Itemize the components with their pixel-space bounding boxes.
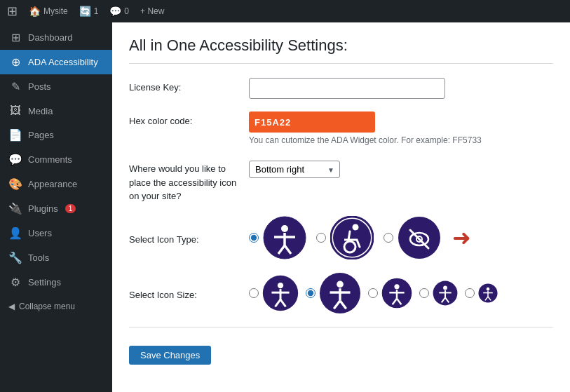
collapse-menu[interactable]: ◀ Collapse menu xyxy=(0,295,112,318)
icon-size-option-1 xyxy=(249,275,299,311)
icon-type-radio-2[interactable] xyxy=(316,233,326,243)
icon-size-option-2 xyxy=(306,272,361,314)
ada-icon: ⊕ xyxy=(8,55,22,69)
size-icon-2 xyxy=(319,272,361,314)
placement-label: Where would you like to place the access… xyxy=(129,158,238,203)
icon-size-radio-4[interactable] xyxy=(419,288,429,298)
svg-point-41 xyxy=(487,287,490,290)
save-section: Save Changes xyxy=(129,327,553,365)
settings-icon: ⚙ xyxy=(8,276,22,289)
hex-color-label: Hex color code: xyxy=(129,111,238,126)
svg-point-35 xyxy=(443,285,447,290)
sidebar-item-label: Dashboard xyxy=(28,32,73,43)
sidebar-item-label: Plugins xyxy=(28,203,58,214)
comments-icon: 💬 xyxy=(8,153,22,166)
collapse-arrow-icon: ◀ xyxy=(8,302,15,311)
sidebar-item-users[interactable]: 👤 Users xyxy=(0,221,112,245)
size-icon-1 xyxy=(262,275,299,311)
posts-icon: ✎ xyxy=(8,80,22,93)
icon-type-option-3: ➜ xyxy=(384,216,471,259)
plugins-icon: 🔌 xyxy=(8,202,22,215)
svg-point-29 xyxy=(394,284,399,289)
icon-type-row: Select Icon Type: xyxy=(129,216,553,259)
icon-type-label: Select Icon Type: xyxy=(129,230,238,245)
content-area: All in One Accessibility Settings: Licen… xyxy=(112,22,570,392)
sidebar-item-dashboard[interactable]: ⊞ Dashboard xyxy=(0,25,112,50)
wp-logo[interactable]: ⊞ xyxy=(7,4,18,19)
icon-size-option-4 xyxy=(419,281,458,306)
sidebar-item-media[interactable]: 🖼 Media xyxy=(0,99,112,123)
dashboard-icon: ⊞ xyxy=(8,31,22,44)
sidebar-item-label: Tools xyxy=(28,252,49,263)
icon-size-radio-2[interactable] xyxy=(306,288,315,298)
sidebar: ⊞ Dashboard ⊕ ADA Accessibility ✎ Posts … xyxy=(0,22,112,392)
appearance-icon: 🎨 xyxy=(8,177,22,191)
sidebar-item-label: Pages xyxy=(28,130,54,140)
sidebar-item-plugins[interactable]: 🔌 Plugins 1 xyxy=(0,196,112,221)
sidebar-item-settings[interactable]: ⚙ Settings xyxy=(0,270,112,295)
icon-type-option-2 xyxy=(316,216,374,259)
size-icon-4 xyxy=(433,281,458,306)
sidebar-item-label: Appearance xyxy=(28,179,77,189)
sidebar-item-posts[interactable]: ✎ Posts xyxy=(0,74,112,99)
icon-type-radio-3[interactable] xyxy=(384,233,393,243)
accessibility-icon-1[interactable] xyxy=(263,216,306,259)
sidebar-item-tools[interactable]: 🔧 Tools xyxy=(0,245,112,270)
sidebar-item-label: Posts xyxy=(28,81,51,92)
icon-size-radio-3[interactable] xyxy=(368,288,378,298)
hex-color-input[interactable] xyxy=(249,111,375,133)
hex-color-row: Hex color code: You can cutomize the ADA… xyxy=(129,111,553,145)
sidebar-item-label: Media xyxy=(28,106,53,116)
sidebar-item-label: Comments xyxy=(28,154,72,165)
icon-size-radio-1[interactable] xyxy=(249,288,259,298)
license-key-input[interactable] xyxy=(249,78,445,99)
sidebar-item-comments[interactable]: 💬 Comments xyxy=(0,147,112,172)
svg-point-17 xyxy=(278,282,283,288)
sidebar-item-appearance[interactable]: 🎨 Appearance xyxy=(0,172,112,196)
size-icon-3 xyxy=(381,278,412,309)
svg-point-23 xyxy=(337,281,344,288)
icon-type-options: ➜ xyxy=(249,216,553,259)
license-key-row: License Key: xyxy=(129,78,553,99)
sidebar-item-label: ADA Accessibility xyxy=(28,57,98,67)
sidebar-item-ada-accessibility[interactable]: ⊕ ADA Accessibility xyxy=(0,50,112,74)
updates-link[interactable]: 🔄 1 xyxy=(79,6,99,17)
tools-icon: 🔧 xyxy=(8,251,22,264)
size-icon-5 xyxy=(478,283,498,303)
site-name[interactable]: 🏠 Mysite xyxy=(29,6,68,17)
comments-link[interactable]: 💬 0 xyxy=(109,6,129,17)
icon-size-options xyxy=(249,272,553,314)
icon-size-label: Select Icon Size: xyxy=(129,285,238,300)
sidebar-item-label: Settings xyxy=(28,277,61,288)
sidebar-item-pages[interactable]: 📄 Pages xyxy=(0,123,112,147)
hex-help-text: You can cutomize the ADA Widget color. F… xyxy=(249,135,553,145)
red-arrow-icon: ➜ xyxy=(452,227,471,249)
accessibility-icon-2[interactable] xyxy=(330,216,374,259)
icon-type-radio-1[interactable] xyxy=(249,233,259,243)
svg-point-1 xyxy=(281,225,288,232)
icon-size-option-3 xyxy=(368,278,412,309)
accessibility-icon-3[interactable] xyxy=(398,216,441,259)
plugins-badge: 1 xyxy=(65,204,76,213)
new-content-link[interactable]: + New xyxy=(140,6,164,16)
icon-size-option-5 xyxy=(465,283,498,303)
save-button[interactable]: Save Changes xyxy=(129,346,211,365)
placement-select[interactable]: Top left Top right Bottom left Bottom ri… xyxy=(249,161,340,178)
media-icon: 🖼 xyxy=(8,104,22,117)
sidebar-item-label: Users xyxy=(28,228,52,238)
placement-row: Where would you like to place the access… xyxy=(129,158,553,203)
placement-select-wrapper: Top left Top right Bottom left Bottom ri… xyxy=(249,161,340,178)
icon-size-row: Select Icon Size: xyxy=(129,272,553,314)
page-title: All in One Accessibility Settings: xyxy=(129,36,553,64)
license-key-label: License Key: xyxy=(129,78,238,93)
top-bar: ⊞ 🏠 Mysite 🔄 1 💬 0 + New xyxy=(0,0,570,22)
icon-type-option-1 xyxy=(249,216,306,259)
pages-icon: 📄 xyxy=(8,128,22,142)
users-icon: 👤 xyxy=(8,227,22,240)
svg-point-8 xyxy=(353,224,359,230)
icon-size-radio-5[interactable] xyxy=(465,288,475,298)
